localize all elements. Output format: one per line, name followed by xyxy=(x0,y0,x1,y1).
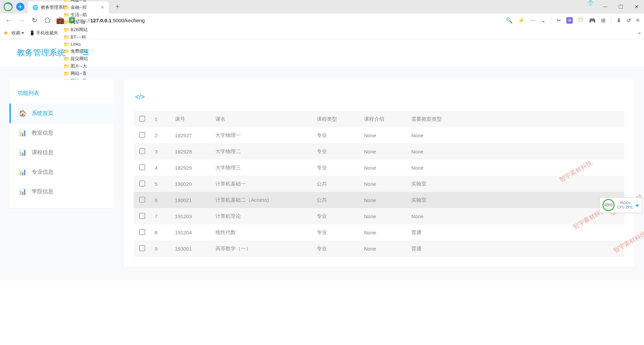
back-button[interactable]: ← xyxy=(5,17,13,24)
table-row[interactable]: 7191203计算机导论专业NoneNone xyxy=(134,208,624,224)
titlebar: ✈ 🌐 教务管理系统 × + 👕 ─ ☐ ✕ xyxy=(0,0,644,13)
bookmark-item[interactable]: 📁网盘--资 xyxy=(61,0,90,4)
url-input[interactable]: ✚ http://127.0.0.1:5000/kecheng xyxy=(69,17,501,23)
compass-icon[interactable]: ✈ xyxy=(16,3,24,11)
bookmarks-more-icon[interactable]: » xyxy=(638,30,641,35)
checkbox[interactable] xyxy=(139,213,145,219)
more-icon[interactable]: ⋯ xyxy=(530,17,536,24)
checkbox[interactable] xyxy=(139,180,145,186)
home-icon: 🏠 xyxy=(19,110,26,117)
favorites-button[interactable]: 收藏 ▾ xyxy=(9,29,26,37)
sidebar-item[interactable]: 📊专业信息 xyxy=(9,162,114,182)
checkbox[interactable] xyxy=(139,164,145,170)
perf-widget[interactable]: 45% ↑ 860K/s CPU 29℃ ◉ xyxy=(599,197,642,213)
sidebar-item-label: 学院信息 xyxy=(32,188,53,195)
col-name: 课名 xyxy=(211,111,313,127)
download-icon[interactable]: ⬇ xyxy=(617,17,621,24)
sidebar-item[interactable]: 📊学院信息 xyxy=(9,182,114,201)
home-button[interactable]: ⬠ xyxy=(43,16,51,24)
table-header-row: 1课号课名课程类型课程介绍需要教室类型 xyxy=(134,111,624,127)
chart-icon: 📊 xyxy=(19,168,26,176)
translate-icon[interactable]: 译 xyxy=(566,17,573,24)
globe-icon: 🌐 xyxy=(32,5,38,10)
tab-close-icon[interactable]: × xyxy=(101,4,104,10)
sidebar-item-label: 专业信息 xyxy=(32,169,53,176)
skin-icon[interactable]: 👕 xyxy=(587,0,597,13)
perf-stats: ↑ 860K/s CPU 29℃ xyxy=(617,201,633,209)
checkbox[interactable] xyxy=(139,132,145,138)
table-row[interactable]: 8191204线性代数专业None普通 xyxy=(134,224,624,240)
bookmark-item[interactable]: 📁BT----科 xyxy=(61,33,90,41)
game-icon[interactable]: 🎮 xyxy=(589,17,596,24)
star-icon: ★ xyxy=(3,30,8,36)
table-row[interactable]: 5190020计算机基础一公共None实验室 xyxy=(134,176,624,192)
bookmark-item[interactable]: 📁网站--直 xyxy=(61,70,90,77)
checkbox[interactable] xyxy=(139,245,145,251)
bookmark-item[interactable]: 📁Links xyxy=(61,41,90,48)
sidebar-item-label: 课程信息 xyxy=(32,149,53,156)
page-header: 教务管理系统 ☰ xyxy=(0,39,644,66)
col-type: 课程类型 xyxy=(313,111,360,127)
sidebar-title: 功能列表 xyxy=(9,86,114,104)
bookmark-item[interactable]: 📁生活--助 xyxy=(61,11,90,19)
svg-point-0 xyxy=(4,3,12,11)
col-code: 课号 xyxy=(171,111,211,127)
bookmark-item[interactable]: 📁汽车-知 xyxy=(61,19,90,26)
maximize-button[interactable]: ☐ xyxy=(613,0,628,13)
browser-logo-icon[interactable] xyxy=(3,2,13,11)
new-tab-button[interactable]: + xyxy=(115,3,120,11)
table-row[interactable]: 9193001高等数学（一）专业None普通 xyxy=(134,240,624,257)
table-row[interactable]: 2182927大学物理一专业NoneNone xyxy=(134,127,624,143)
zoom-icon[interactable]: 🔍 xyxy=(506,17,513,24)
close-button[interactable]: ✕ xyxy=(628,0,644,13)
phone-favorites[interactable]: 📱手机收藏夹 xyxy=(27,29,60,37)
main-panel: </> 1课号课名课程类型课程介绍需要教室类型2182927大学物理一专业Non… xyxy=(124,80,635,267)
security-icon[interactable]: 🛡 xyxy=(578,17,584,23)
flash-icon[interactable]: ⚡ xyxy=(518,17,525,24)
bookmark-item[interactable]: 📁B2B网站 xyxy=(61,26,90,33)
chevron-down-icon[interactable]: ⌄ xyxy=(541,17,545,24)
reload-button[interactable]: ↻ xyxy=(30,16,38,24)
table-row[interactable]: 4182929大学物理三专业NoneNone xyxy=(134,160,624,176)
minimize-button[interactable]: ─ xyxy=(597,0,613,13)
addressbar: ← → ↻ ⬠ 💼 ✚ http://127.0.0.1:5000/kechen… xyxy=(0,13,644,27)
sidebar-item-label: 教室信息 xyxy=(32,130,53,137)
col-intro: 课程介绍 xyxy=(360,111,407,127)
scissors-icon[interactable]: ✂ xyxy=(557,17,561,24)
chart-icon: 📊 xyxy=(19,188,26,195)
bookmarks-bar: ★ 收藏 ▾ 📱手机收藏夹 📁成人--站📁工作--工📁网盘--资📁金融--投📁生… xyxy=(0,27,644,39)
chart-icon: 📊 xyxy=(19,129,26,137)
sidebar-item[interactable]: 📊课程信息 xyxy=(9,143,114,162)
checkbox[interactable] xyxy=(139,197,145,203)
perf-circle: 45% xyxy=(602,199,615,211)
code-icon[interactable]: </> xyxy=(134,90,624,111)
restore-icon[interactable]: ↺ xyxy=(626,17,631,24)
menu-icon[interactable]: ≡ xyxy=(636,17,639,23)
bookmark-item[interactable]: 📁图片--大 xyxy=(61,62,90,70)
forward-button[interactable]: → xyxy=(18,17,26,24)
table-row[interactable]: 6190021计算机基础二（Access)公共None实验室 xyxy=(134,192,624,208)
apps-icon[interactable]: ⊞ xyxy=(601,17,606,24)
course-table: 1课号课名课程类型课程介绍需要教室类型2182927大学物理一专业NoneNon… xyxy=(134,111,624,257)
sidebar-item-label: 系统首页 xyxy=(32,110,53,117)
sidebar-item[interactable]: 📊教室信息 xyxy=(9,123,114,143)
bookmark-item[interactable]: 📁金融--投 xyxy=(61,4,90,11)
checkbox[interactable] xyxy=(139,229,145,235)
checkbox[interactable] xyxy=(139,148,145,154)
col-room: 需要教室类型 xyxy=(407,111,624,127)
sidebar-item[interactable]: 🏠系统首页 xyxy=(9,104,114,123)
checkbox[interactable] xyxy=(139,116,145,122)
chart-icon: 📊 xyxy=(19,149,26,156)
browser-chrome: ✈ 🌐 教务管理系统 × + 👕 ─ ☐ ✕ ← → ↻ ⬠ 💼 ✚ http:… xyxy=(0,0,644,39)
page-content: 教务管理系统 ☰ 功能列表 🏠系统首页📊教室信息📊课程信息📊专业信息📊学院信息 … xyxy=(0,39,644,280)
menu-toggle-icon[interactable]: ☰ xyxy=(82,48,89,57)
app-title[interactable]: 教务管理系统 xyxy=(17,47,66,58)
table-row[interactable]: 3182928大学物理二专业NoneNone xyxy=(134,143,624,160)
widget-badge-icon: ◉ xyxy=(636,203,639,207)
sidebar: 功能列表 🏠系统首页📊教室信息📊课程信息📊专业信息📊学院信息 xyxy=(9,80,114,208)
col-idx: 1 xyxy=(151,111,171,127)
